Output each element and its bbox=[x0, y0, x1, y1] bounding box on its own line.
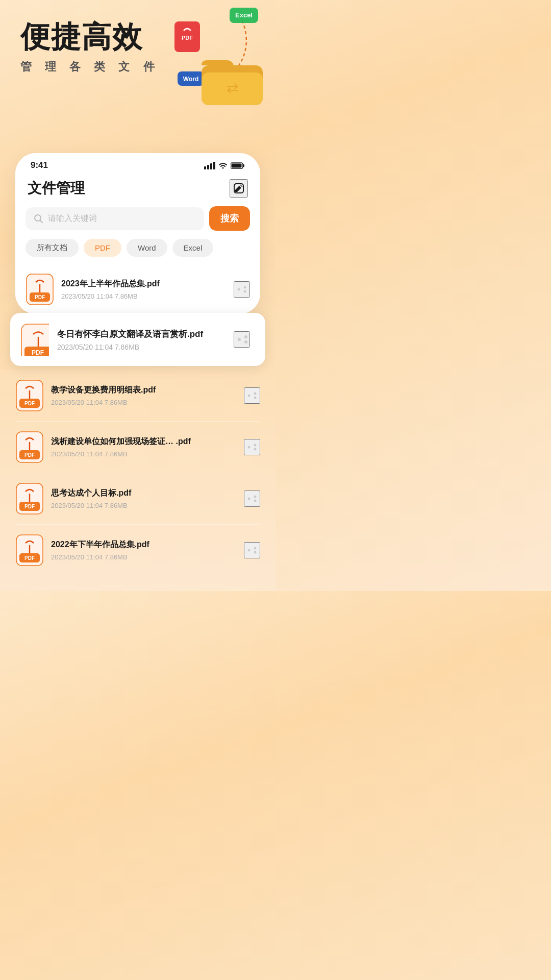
svg-text:PDF: PDF bbox=[32, 349, 44, 356]
file-name: 浅析建设单位如何加强现场签证… .pdf bbox=[51, 436, 237, 447]
file-name: 教学设备更换费用明细表.pdf bbox=[51, 385, 237, 396]
file-meta: 2023/05/20 11:04 7.86MB bbox=[51, 502, 237, 509]
phone-mockup: 9:41 文件管理 bbox=[15, 153, 260, 314]
svg-rect-11 bbox=[210, 163, 212, 169]
svg-point-58 bbox=[248, 549, 251, 552]
status-time: 9:41 bbox=[31, 160, 48, 170]
svg-point-38 bbox=[254, 393, 257, 395]
svg-text:PDF: PDF bbox=[24, 555, 35, 561]
svg-point-51 bbox=[248, 498, 251, 500]
highlighted-card-wrapper: PDF 冬日有怀李白原文翻译及语言赏析.pdf 2023/05/20 11:04… bbox=[5, 313, 270, 366]
svg-line-18 bbox=[40, 220, 42, 223]
svg-text:Excel: Excel bbox=[235, 11, 253, 19]
app-title: 文件管理 bbox=[28, 179, 85, 198]
app-header: 文件管理 bbox=[15, 175, 260, 206]
svg-point-60 bbox=[254, 551, 257, 554]
svg-point-30 bbox=[238, 338, 241, 341]
battery-icon bbox=[231, 162, 245, 169]
svg-text:⇄: ⇄ bbox=[227, 80, 238, 96]
file-meta: 2023/05/20 11:04 7.86MB bbox=[51, 553, 237, 561]
svg-point-32 bbox=[244, 340, 247, 344]
file-name-highlight: 冬日有怀李白原文翻译及语言赏析.pdf bbox=[57, 328, 226, 340]
file-info-highlight: 冬日有怀李白原文翻译及语言赏析.pdf 2023/05/20 11:04 7.8… bbox=[57, 328, 226, 351]
file-card-highlight[interactable]: PDF 冬日有怀李白原文翻译及语言赏析.pdf 2023/05/20 11:04… bbox=[10, 313, 265, 366]
more-icon bbox=[235, 282, 249, 297]
pdf-icon-highlight: PDF bbox=[20, 323, 49, 356]
status-icons bbox=[204, 161, 245, 169]
svg-point-17 bbox=[35, 215, 41, 221]
svg-text:Word: Word bbox=[183, 76, 198, 83]
tab-all-docs[interactable]: 所有文档 bbox=[26, 239, 79, 257]
file-name: 2022年下半年作品总集.pdf bbox=[51, 540, 237, 550]
file-info: 思考达成个人目标.pdf 2023/05/20 11:04 7.86MB bbox=[51, 488, 237, 509]
svg-rect-15 bbox=[232, 164, 242, 168]
svg-text:PDF: PDF bbox=[182, 35, 193, 41]
more-options-button[interactable] bbox=[244, 542, 260, 558]
edit-button[interactable] bbox=[230, 179, 248, 198]
search-input-wrap[interactable]: 请输入关键词 bbox=[26, 207, 204, 230]
lower-section: PDF 教学设备更换费用明细表.pdf 2023/05/20 11:04 7.8… bbox=[0, 370, 276, 591]
more-icon bbox=[245, 492, 259, 506]
pdf-icon: PDF bbox=[15, 482, 44, 515]
search-icon bbox=[34, 214, 43, 223]
svg-text:PDF: PDF bbox=[35, 295, 45, 300]
hero-illustration: Excel Word PDF ⇄ bbox=[163, 5, 265, 107]
file-item[interactable]: PDF 浅析建设单位如何加强现场签证… .pdf 2023/05/20 11:0… bbox=[15, 422, 260, 473]
svg-point-37 bbox=[248, 395, 251, 397]
more-options-button[interactable] bbox=[234, 281, 250, 298]
svg-text:PDF: PDF bbox=[24, 452, 35, 458]
svg-text:PDF: PDF bbox=[24, 504, 35, 509]
svg-point-45 bbox=[254, 444, 257, 447]
file-list-in-phone: PDF 2023年上半年作品总集.pdf 2023/05/20 11:04 7.… bbox=[15, 265, 260, 314]
filter-tabs: 所有文档 PDF Word Excel bbox=[15, 239, 260, 265]
file-item[interactable]: PDF 2023年上半年作品总集.pdf 2023/05/20 11:04 7.… bbox=[26, 265, 250, 314]
pdf-icon: PDF bbox=[15, 379, 44, 412]
tab-pdf[interactable]: PDF bbox=[84, 239, 121, 257]
svg-point-25 bbox=[244, 290, 246, 293]
file-info: 教学设备更换费用明细表.pdf 2023/05/20 11:04 7.86MB bbox=[51, 385, 237, 406]
svg-point-52 bbox=[254, 496, 257, 498]
file-name: 2023年上半年作品总集.pdf bbox=[61, 279, 227, 289]
more-icon bbox=[245, 543, 259, 557]
svg-point-31 bbox=[244, 335, 247, 338]
svg-point-39 bbox=[254, 397, 257, 399]
file-item[interactable]: PDF 教学设备更换费用明细表.pdf 2023/05/20 11:04 7.8… bbox=[15, 370, 260, 422]
tab-word[interactable]: Word bbox=[127, 239, 167, 257]
folder-icon: ⇄ bbox=[199, 51, 265, 107]
svg-text:PDF: PDF bbox=[24, 401, 35, 406]
svg-rect-9 bbox=[204, 166, 206, 169]
file-info: 浅析建设单位如何加强现场签证… .pdf 2023/05/20 11:04 7.… bbox=[51, 436, 237, 458]
pdf-icon: PDF bbox=[26, 273, 54, 306]
file-item[interactable]: PDF 2022年下半年作品总集.pdf 2023/05/20 11:04 7.… bbox=[15, 525, 260, 576]
svg-point-23 bbox=[238, 288, 240, 291]
file-info: 2022年下半年作品总集.pdf 2023/05/20 11:04 7.86MB bbox=[51, 540, 237, 561]
more-options-button[interactable] bbox=[244, 439, 260, 455]
tab-excel[interactable]: Excel bbox=[172, 239, 214, 257]
svg-point-59 bbox=[254, 547, 257, 550]
pdf-icon: PDF bbox=[15, 431, 44, 463]
more-options-button[interactable] bbox=[244, 491, 260, 507]
svg-point-44 bbox=[248, 446, 251, 449]
pdf-icon: PDF bbox=[15, 534, 44, 567]
more-options-button[interactable] bbox=[244, 387, 260, 404]
file-meta-highlight: 2023/05/20 11:04 7.86MB bbox=[57, 343, 226, 351]
more-options-button-highlight[interactable] bbox=[234, 331, 250, 348]
search-placeholder: 请输入关键词 bbox=[48, 213, 97, 224]
more-icon bbox=[235, 332, 249, 347]
file-name: 思考达成个人目标.pdf bbox=[51, 488, 237, 499]
svg-point-46 bbox=[254, 448, 257, 451]
file-meta: 2023/05/20 11:04 7.86MB bbox=[61, 292, 227, 300]
svg-rect-14 bbox=[243, 164, 244, 167]
more-icon bbox=[245, 388, 259, 403]
svg-point-53 bbox=[254, 500, 257, 502]
hero-section: 便捷高效 管 理 各 类 文 件 Excel Word PDF bbox=[0, 0, 276, 153]
file-meta: 2023/05/20 11:04 7.86MB bbox=[51, 450, 237, 458]
svg-rect-10 bbox=[207, 165, 209, 169]
search-button[interactable]: 搜索 bbox=[209, 206, 250, 231]
svg-point-24 bbox=[244, 286, 246, 289]
signal-icon bbox=[204, 161, 215, 169]
file-info: 2023年上半年作品总集.pdf 2023/05/20 11:04 7.86MB bbox=[61, 279, 227, 300]
file-meta: 2023/05/20 11:04 7.86MB bbox=[51, 399, 237, 406]
more-icon bbox=[245, 440, 259, 454]
file-item[interactable]: PDF 思考达成个人目标.pdf 2023/05/20 11:04 7.86MB bbox=[15, 473, 260, 525]
